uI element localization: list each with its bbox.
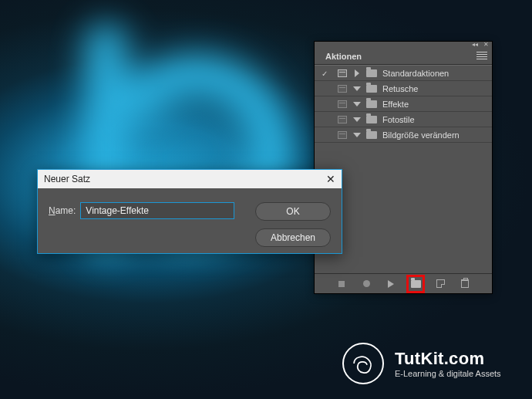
new-set-icon[interactable] [410, 279, 421, 289]
panel-system-bar: ◂◂ ✕ [315, 42, 492, 48]
name-label: Name: [49, 202, 76, 216]
action-set-row[interactable]: Effekte [315, 96, 492, 112]
trash-icon[interactable] [460, 279, 470, 289]
folder-icon [364, 131, 379, 139]
disclosure-icon[interactable] [350, 69, 364, 77]
action-set-label: Retusche [379, 84, 492, 93]
play-icon[interactable] [386, 279, 396, 289]
new-action-icon[interactable] [435, 279, 446, 289]
folder-icon [364, 69, 379, 77]
dialog-titlebar: Neuer Satz ✕ [38, 170, 342, 188]
record-icon[interactable] [361, 279, 372, 289]
disclosure-icon[interactable] [350, 117, 364, 122]
toggle-dialog-icon[interactable] [335, 85, 350, 93]
cancel-button[interactable]: Abbrechen [255, 228, 331, 247]
disclosure-icon[interactable] [350, 86, 364, 91]
brand-tagline: E-Learning & digitale Assets [395, 369, 501, 378]
brand-icon [342, 343, 384, 384]
action-set-row[interactable]: Retusche [315, 81, 492, 96]
brand-logo: TutKit.com E-Learning & digitale Assets [342, 343, 501, 384]
ok-button[interactable]: OK [255, 202, 331, 221]
action-set-label: Fotostile [379, 115, 492, 124]
tab-actions[interactable]: Aktionen [319, 49, 368, 64]
panel-footer [315, 273, 492, 293]
action-set-row[interactable]: Fotostile [315, 112, 492, 127]
panel-tab-bar: Aktionen [315, 48, 492, 65]
action-set-row[interactable]: Standardaktionen [315, 66, 492, 81]
stop-icon[interactable] [336, 279, 347, 289]
folder-icon [364, 100, 379, 108]
folder-icon [364, 116, 379, 123]
folder-icon [364, 85, 379, 93]
close-icon[interactable]: ✕ [326, 173, 335, 185]
toggle-check[interactable] [315, 69, 335, 78]
name-input[interactable] [80, 202, 234, 219]
action-sets-list: StandardaktionenRetuscheEffekteFotostile… [315, 65, 492, 143]
action-set-label: Effekte [379, 100, 492, 109]
action-set-row[interactable]: Bildgröße verändern [315, 127, 492, 143]
toggle-dialog-icon[interactable] [335, 131, 350, 139]
close-panel-icon[interactable]: ✕ [481, 41, 490, 47]
collapse-icon[interactable]: ◂◂ [470, 41, 480, 47]
dialog-title: Neuer Satz [44, 174, 90, 184]
panel-menu-icon[interactable] [476, 52, 487, 59]
disclosure-icon[interactable] [350, 102, 364, 107]
action-set-label: Standardaktionen [379, 69, 492, 78]
disclosure-icon[interactable] [350, 133, 364, 137]
toggle-dialog-icon[interactable] [335, 100, 350, 108]
toggle-dialog-icon[interactable] [335, 116, 350, 123]
action-set-label: Bildgröße verändern [379, 130, 492, 140]
brand-name: TutKit.com [395, 349, 501, 369]
toggle-dialog-icon[interactable] [335, 69, 350, 77]
new-set-dialog: Neuer Satz ✕ Name: OK Abbrechen [37, 169, 342, 254]
